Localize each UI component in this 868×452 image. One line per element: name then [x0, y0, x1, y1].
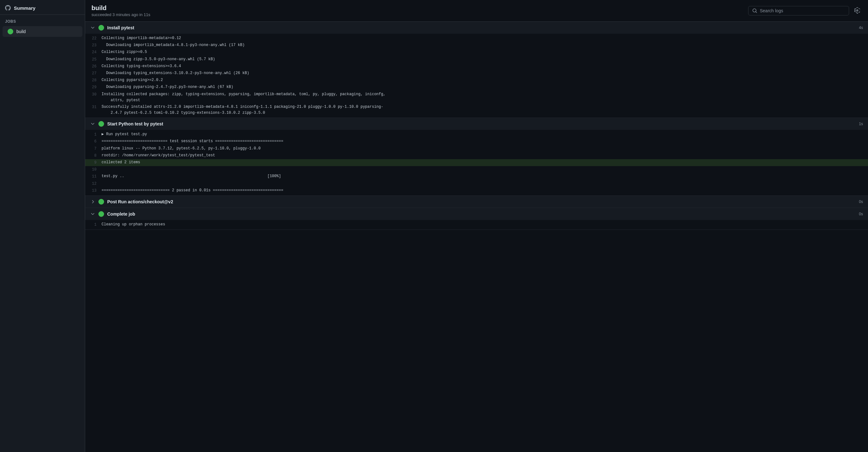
step-duration: 1s — [859, 122, 863, 126]
line-number: 11 — [85, 173, 101, 180]
step-success-icon — [98, 199, 104, 204]
step-header-complete-job[interactable]: Complete job 0s — [85, 208, 868, 220]
line-content: Downloading importlib_metadata-4.8.1-py3… — [101, 42, 868, 48]
line-content: Cleaning up orphan processes — [101, 222, 868, 228]
step-success-icon — [98, 25, 104, 31]
step-section-install-pytest: Install pytest 4s 22Collecting importlib… — [85, 22, 868, 118]
log-line: 23 Downloading importlib_metadata-4.8.1-… — [85, 42, 868, 49]
line-content: ============================== 2 passed … — [101, 188, 868, 194]
step-title: Complete job — [107, 212, 856, 217]
log-line: 29 Downloading pyparsing-2.4.7-py2.py3-n… — [85, 84, 868, 91]
log-line: 28Collecting pyparsing>=2.0.2 — [85, 77, 868, 84]
log-line: 24Collecting zipp>=0.5 — [85, 49, 868, 56]
build-subtitle: succeeded 3 minutes ago in 11s — [91, 12, 150, 17]
sidebar-item-build[interactable]: build — [2, 26, 82, 37]
line-content: Installing collected packages: zipp, typ… — [101, 91, 868, 103]
line-number: 1 — [85, 222, 101, 228]
log-line: 25 Downloading zipp-3.5.0-py3-none-any.w… — [85, 56, 868, 63]
step-section-post-run-checkout: Post Run actions/checkout@v2 0s — [85, 196, 868, 208]
jobs-section-label: Jobs — [0, 15, 85, 26]
line-number: 13 — [85, 188, 101, 194]
line-number: 1 — [85, 131, 101, 138]
line-content: Downloading typing_extensions-3.10.0.2-p… — [101, 70, 868, 76]
line-content: Collecting zipp>=0.5 — [101, 49, 868, 55]
step-duration: 0s — [859, 212, 863, 216]
log-line: 13============================== 2 passe… — [85, 187, 868, 194]
line-number: 25 — [85, 57, 101, 63]
chevron-down-icon — [90, 25, 95, 30]
step-header-install-pytest[interactable]: Install pytest 4s — [85, 22, 868, 34]
log-line: 6============================= test sess… — [85, 138, 868, 145]
log-line: 22Collecting importlib-metadata>=0.12 — [85, 35, 868, 42]
step-section-complete-job: Complete job 0s 1Cleaning up orphan proc… — [85, 208, 868, 230]
chevron-down-icon — [90, 121, 95, 126]
step-header-start-python-test[interactable]: Start Python test by pytest 1s — [85, 118, 868, 130]
line-content: platform linux -- Python 3.7.12, pytest-… — [101, 146, 868, 152]
line-number: 6 — [85, 138, 101, 145]
line-number: 12 — [85, 181, 101, 187]
line-content: Collecting importlib-metadata>=0.12 — [101, 35, 868, 41]
step-title: Post Run actions/checkout@v2 — [107, 199, 856, 204]
step-duration: 0s — [859, 199, 863, 204]
line-number: 26 — [85, 63, 101, 70]
log-line: 9collected 2 items — [85, 159, 868, 166]
chevron-down-icon — [90, 212, 95, 217]
header-right — [748, 6, 862, 16]
log-line: 1▶ Run pytest test.py — [85, 131, 868, 138]
log-body-install-pytest: 22Collecting importlib-metadata>=0.1223 … — [85, 34, 868, 118]
step-section-start-python-test: Start Python test by pytest 1s 1▶ Run py… — [85, 118, 868, 196]
build-title: build — [91, 4, 150, 12]
log-line: 30Installing collected packages: zipp, t… — [85, 91, 868, 104]
line-number: 29 — [85, 84, 101, 91]
line-content: Collecting typing-extensions>=3.6.4 — [101, 63, 868, 69]
line-content: rootdir: /home/runner/work/pytest_test/p… — [101, 153, 868, 159]
line-number: 8 — [85, 153, 101, 159]
main-content: build succeeded 3 minutes ago in 11s — [85, 0, 868, 452]
search-bar[interactable] — [748, 6, 849, 15]
log-body-complete-job: 1Cleaning up orphan processes — [85, 220, 868, 229]
search-icon — [752, 8, 757, 13]
main-header: build succeeded 3 minutes ago in 11s — [85, 0, 868, 22]
step-success-icon — [98, 121, 104, 127]
line-number: 9 — [85, 160, 101, 166]
line-content: Downloading pyparsing-2.4.7-py2.py3-none… — [101, 84, 868, 90]
line-number: 30 — [85, 91, 101, 98]
line-content: Downloading zipp-3.5.0-py3-none-any.whl … — [101, 57, 868, 62]
line-content: ============================= test sessi… — [101, 138, 868, 144]
settings-button[interactable] — [853, 6, 862, 16]
log-line: 8rootdir: /home/runner/work/pytest_test/… — [85, 152, 868, 159]
sidebar: Summary Jobs build — [0, 0, 85, 452]
line-number: 28 — [85, 77, 101, 84]
line-number: 22 — [85, 35, 101, 42]
log-line: 26Collecting typing-extensions>=3.6.4 — [85, 63, 868, 70]
log-content: Install pytest 4s 22Collecting importlib… — [85, 22, 868, 452]
line-number: 27 — [85, 70, 101, 76]
search-input[interactable] — [760, 8, 845, 13]
line-content: Successfully installed attrs-21.2.0 impo… — [101, 104, 868, 116]
success-icon — [7, 29, 13, 34]
log-line: 27 Downloading typing_extensions-3.10.0.… — [85, 70, 868, 77]
sidebar-job-label: build — [17, 29, 26, 34]
log-line: 12 — [85, 180, 868, 187]
log-line: 1Cleaning up orphan processes — [85, 221, 868, 228]
line-content: test.py .. [100%] — [101, 173, 868, 179]
sidebar-header: Summary — [0, 0, 85, 15]
log-body-start-python-test: 1▶ Run pytest test.py6==================… — [85, 130, 868, 195]
step-success-icon — [98, 211, 104, 217]
step-title: Start Python test by pytest — [107, 121, 856, 126]
sidebar-summary-link[interactable]: Summary — [14, 5, 35, 11]
log-line: 7platform linux -- Python 3.7.12, pytest… — [85, 145, 868, 152]
line-content: Collecting pyparsing>=2.0.2 — [101, 77, 868, 83]
line-number: 10 — [85, 166, 101, 173]
log-line: 10 — [85, 166, 868, 173]
step-title: Install pytest — [107, 25, 856, 30]
step-header-post-run-checkout[interactable]: Post Run actions/checkout@v2 0s — [85, 196, 868, 208]
line-content: collected 2 items — [101, 160, 868, 165]
line-number: 24 — [85, 49, 101, 56]
chevron-right-icon — [90, 199, 95, 204]
build-info: build succeeded 3 minutes ago in 11s — [91, 4, 150, 17]
line-number: 31 — [85, 104, 101, 110]
step-duration: 4s — [859, 26, 863, 30]
line-content: ▶ Run pytest test.py — [101, 131, 868, 137]
github-icon — [5, 5, 11, 11]
